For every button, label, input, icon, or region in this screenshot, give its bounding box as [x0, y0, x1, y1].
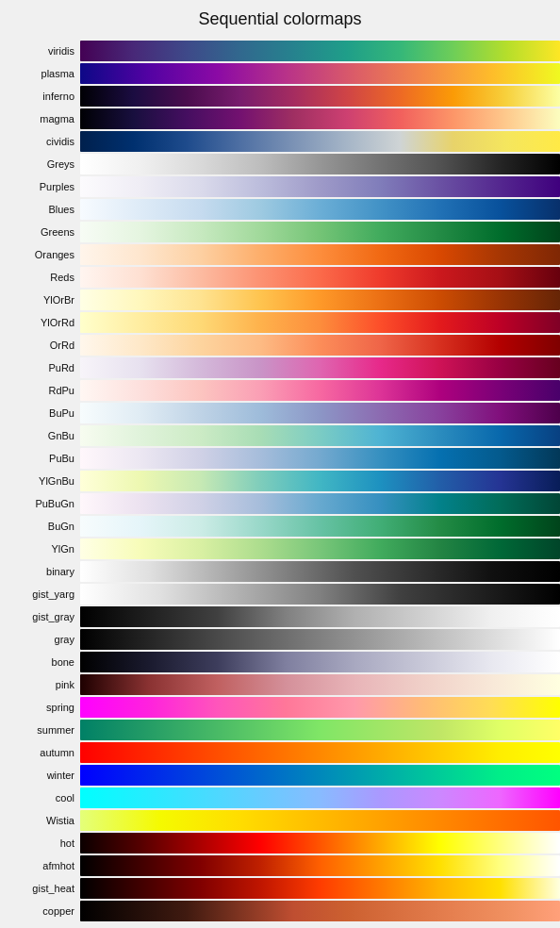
colormap-label: bone	[0, 656, 80, 668]
colormap-label: Wistia	[0, 815, 80, 826]
colormap-bar	[80, 833, 560, 853]
colormap-label: YlOrBr	[0, 294, 80, 306]
colormap-label: plasma	[0, 68, 80, 79]
colormap-bar	[80, 41, 560, 61]
colormap-row: Oranges	[0, 244, 560, 265]
colormap-bar	[80, 335, 560, 356]
colormap-bar	[80, 131, 560, 152]
colormap-row: YlGn	[0, 539, 560, 559]
colormap-row: PuBu	[0, 448, 560, 469]
colormap-row: binary	[0, 561, 560, 582]
colormap-row: hot	[0, 833, 560, 853]
colormap-row: YlOrRd	[0, 312, 560, 333]
colormap-bar	[80, 606, 560, 627]
colormap-bar	[80, 290, 560, 310]
colormap-row: gist_heat	[0, 878, 560, 899]
colormap-bar	[80, 697, 560, 718]
colormap-row: Wistia	[0, 810, 560, 831]
colormap-bar	[80, 629, 560, 650]
page-title: Sequential colormaps	[0, 9, 560, 29]
colormap-label: gist_gray	[0, 611, 80, 622]
colormap-row: Reds	[0, 267, 560, 288]
colormap-bar	[80, 561, 560, 582]
colormap-label: PuRd	[0, 362, 80, 373]
colormap-label: BuPu	[0, 407, 80, 419]
colormap-label: PuBu	[0, 453, 80, 464]
colormap-label: pink	[0, 679, 80, 690]
colormap-bar	[80, 176, 560, 197]
colormap-row: viridis	[0, 41, 560, 61]
colormap-bar	[80, 855, 560, 876]
colormap-bar	[80, 154, 560, 174]
colormap-bar	[80, 267, 560, 288]
colormap-row: Purples	[0, 176, 560, 197]
colormap-row: Blues	[0, 199, 560, 220]
colormap-bar	[80, 765, 560, 786]
colormap-row: YlOrBr	[0, 290, 560, 310]
colormap-label: summer	[0, 724, 80, 736]
colormap-bar	[80, 222, 560, 242]
colormap-bar	[80, 901, 560, 921]
colormap-bar	[80, 516, 560, 537]
colormap-bar	[80, 312, 560, 333]
colormap-label: YlGn	[0, 543, 80, 555]
colormap-row: cool	[0, 787, 560, 808]
colormap-row: PuRd	[0, 357, 560, 378]
colormap-label: Oranges	[0, 249, 80, 260]
colormap-label: spring	[0, 702, 80, 713]
colormap-row: gray	[0, 629, 560, 650]
colormap-label: gist_yarg	[0, 588, 80, 600]
colormap-row: magma	[0, 108, 560, 129]
colormap-label: cividis	[0, 136, 80, 147]
colormap-bar	[80, 380, 560, 401]
colormap-row: RdPu	[0, 380, 560, 401]
colormap-label: viridis	[0, 45, 80, 57]
colormap-row: BuGn	[0, 516, 560, 537]
colormap-bar	[80, 584, 560, 605]
colormap-label: GnBu	[0, 430, 80, 441]
colormap-list: viridisplasmainfernomagmacividisGreysPur…	[0, 41, 560, 921]
colormap-bar	[80, 63, 560, 84]
colormap-label: gist_heat	[0, 883, 80, 894]
colormap-bar	[80, 448, 560, 469]
colormap-label: copper	[0, 905, 80, 917]
colormap-label: binary	[0, 566, 80, 577]
colormap-row: BuPu	[0, 403, 560, 423]
colormap-row: YlGnBu	[0, 471, 560, 491]
colormap-row: bone	[0, 652, 560, 672]
colormap-row: cividis	[0, 131, 560, 152]
colormap-bar	[80, 108, 560, 129]
colormap-label: Greys	[0, 158, 80, 170]
colormap-label: inferno	[0, 91, 80, 102]
colormap-bar	[80, 720, 560, 740]
colormap-row: gist_yarg	[0, 584, 560, 605]
colormap-bar	[80, 742, 560, 763]
colormap-bar	[80, 493, 560, 514]
colormap-bar	[80, 86, 560, 107]
colormap-label: Greens	[0, 226, 80, 238]
colormap-row: winter	[0, 765, 560, 786]
colormap-label: PuBuGn	[0, 498, 80, 509]
colormap-row: PuBuGn	[0, 493, 560, 514]
colormap-row: autumn	[0, 742, 560, 763]
colormap-row: OrRd	[0, 335, 560, 356]
colormap-row: plasma	[0, 63, 560, 84]
colormap-label: autumn	[0, 747, 80, 758]
colormap-label: afmhot	[0, 860, 80, 871]
colormap-row: copper	[0, 901, 560, 921]
colormap-bar	[80, 810, 560, 831]
colormap-bar	[80, 199, 560, 220]
colormap-row: summer	[0, 720, 560, 740]
colormap-label: YlGnBu	[0, 475, 80, 487]
colormap-row: inferno	[0, 86, 560, 107]
colormap-label: Purples	[0, 181, 80, 192]
colormap-label: BuGn	[0, 521, 80, 532]
colormap-bar	[80, 674, 560, 695]
colormap-label: magma	[0, 113, 80, 124]
colormap-label: hot	[0, 837, 80, 849]
colormap-row: Greys	[0, 154, 560, 174]
colormap-label: cool	[0, 792, 80, 804]
colormap-bar	[80, 878, 560, 899]
colormap-bar	[80, 244, 560, 265]
colormap-bar	[80, 471, 560, 491]
